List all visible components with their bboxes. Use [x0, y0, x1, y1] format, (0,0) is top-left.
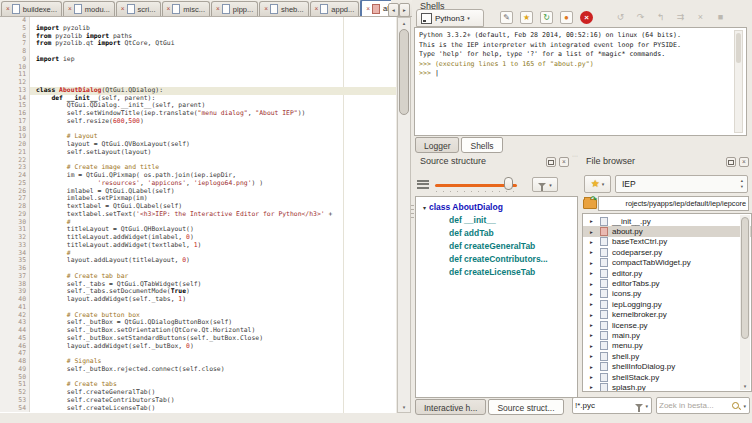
structure-item[interactable]: def createContributors... [416, 253, 577, 266]
file-row[interactable]: shellInfoDialog.py [583, 361, 751, 371]
close-tab-icon[interactable]: × [264, 6, 268, 12]
folder-jump-button[interactable] [583, 197, 596, 210]
editor-tab-appd[interactable]: ×appd... [310, 1, 360, 16]
scroll-up-icon[interactable] [398, 18, 410, 28]
file-row[interactable]: editorTabs.py [583, 278, 751, 288]
debug-resume-icon[interactable]: ↺ [614, 11, 627, 24]
file-search-input[interactable] [657, 401, 732, 410]
expand-icon[interactable] [590, 312, 597, 318]
shell-output[interactable]: Python 3.3.2+ (default, Feb 28 2014, 00:… [414, 27, 747, 136]
debug-step-into-icon[interactable]: ↷ [634, 11, 647, 24]
file-row[interactable]: baseTextCtrl.py [583, 237, 751, 247]
editor-tab-abou[interactable]: ×abou... [360, 0, 391, 16]
editor-tab-misc[interactable]: ×misc... [162, 1, 210, 16]
slider-handle[interactable] [504, 177, 513, 190]
expand-icon[interactable] [590, 353, 597, 359]
tab-scroll-left-icon[interactable] [388, 3, 399, 17]
expand-icon[interactable] [590, 364, 597, 370]
expand-icon[interactable] [590, 270, 597, 276]
structure-item[interactable]: def createGeneralTab [416, 240, 577, 253]
close-tab-icon[interactable]: × [315, 6, 319, 12]
dock-close-icon[interactable] [559, 157, 569, 167]
tool-tab-interactiveh[interactable]: Interactive h... [415, 399, 486, 415]
close-tab-icon[interactable]: × [216, 6, 220, 12]
file-row[interactable]: __init__.py [583, 216, 751, 226]
terminate-shell-icon[interactable]: × [580, 11, 593, 24]
expand-icon[interactable] [590, 249, 597, 255]
file-row[interactable]: icons.py [583, 289, 751, 299]
scroll-down-icon[interactable] [740, 383, 750, 389]
tab-scroll-right-icon[interactable] [399, 3, 410, 17]
dock-close-icon[interactable] [739, 157, 749, 167]
dock-tab-logger[interactable]: Logger [415, 137, 459, 153]
expand-icon[interactable] [590, 239, 597, 245]
expand-icon[interactable] [590, 374, 597, 380]
structure-item[interactable]: class AboutDialog [416, 201, 577, 214]
splitter-handle[interactable]: ⋯ [572, 152, 578, 159]
file-row[interactable]: compactTabWidget.py [583, 258, 751, 268]
file-row[interactable]: menu.py [583, 341, 751, 351]
close-tab-icon[interactable]: × [68, 6, 72, 12]
debug-stop-icon[interactable]: × [694, 11, 707, 24]
file-row[interactable]: license.py [583, 320, 751, 330]
file-row[interactable]: shell.py [583, 351, 751, 361]
file-search-field[interactable] [656, 397, 750, 414]
scroll-down-icon[interactable] [398, 402, 410, 412]
debug-jump-icon[interactable]: ⇉ [674, 11, 687, 24]
dock-float-icon[interactable] [726, 157, 736, 167]
tool-tab-sourcestruct[interactable]: Source struct... [488, 399, 563, 415]
splitter-handle[interactable] [411, 205, 414, 219]
file-row[interactable]: iepLogging.py [583, 299, 751, 309]
expand-icon[interactable] [590, 322, 597, 328]
run-file-icon[interactable]: ★ [520, 11, 533, 24]
shell-scrollbar[interactable] [734, 30, 743, 133]
file-row[interactable]: shellStack.py [583, 372, 751, 382]
expand-icon[interactable] [590, 260, 597, 266]
close-tab-icon[interactable]: × [6, 6, 10, 12]
editor-tab-buildexe[interactable]: ×buildexe... [1, 1, 62, 16]
expand-icon[interactable] [590, 301, 597, 307]
file-row[interactable]: about.py [583, 226, 751, 236]
editor-tab-sheb[interactable]: ×sheb... [259, 1, 308, 16]
structure-item[interactable]: def createLicenseTab [416, 266, 577, 279]
expand-icon[interactable] [590, 229, 597, 235]
close-tab-icon[interactable]: × [121, 6, 125, 12]
project-select[interactable]: IEP [615, 175, 748, 193]
shell-tab-python3[interactable]: Python3 [416, 9, 484, 27]
run-code-icon[interactable]: ↻ [540, 11, 553, 24]
structure-item[interactable]: def addTab [416, 227, 577, 240]
shell-scrollbar-thumb[interactable] [736, 33, 741, 63]
expand-icon[interactable] [590, 218, 597, 224]
expander-icon[interactable] [423, 205, 426, 211]
file-row[interactable]: editor.py [583, 268, 751, 278]
path-field[interactable]: rojects/pyapps/iep/default/iep/iepcore [598, 196, 749, 211]
file-row[interactable]: main.py [583, 330, 751, 340]
bookmarks-button[interactable]: ★ [584, 175, 611, 193]
debug-step-return-icon[interactable]: ↰ [654, 11, 667, 24]
file-row[interactable]: codeparser.py [583, 247, 751, 257]
edit-shell-config-icon[interactable]: ✎ [500, 11, 513, 24]
expand-icon[interactable] [590, 343, 597, 349]
code-editor[interactable]: 45import pyzolib6from pyzolib import pat… [0, 17, 396, 413]
structure-filter-button[interactable] [532, 177, 558, 192]
file-row[interactable]: splash.py [583, 382, 751, 392]
close-tab-icon[interactable]: × [366, 6, 370, 12]
editor-scrollbar-thumb[interactable] [399, 29, 409, 115]
file-filter-field[interactable] [572, 397, 652, 414]
dock-float-icon[interactable] [546, 157, 556, 167]
expand-icon[interactable] [590, 384, 597, 390]
expand-icon[interactable] [590, 332, 597, 338]
file-list-scrollbar-thumb[interactable] [741, 217, 749, 339]
expand-icon[interactable] [590, 281, 597, 287]
clear-screen-icon[interactable]: ● [560, 11, 573, 24]
dock-tab-shells[interactable]: Shells [461, 137, 502, 153]
file-row[interactable]: kernelbroker.py [583, 310, 751, 320]
pause-icon[interactable]: ■ [714, 11, 727, 24]
editor-tab-pipp[interactable]: ×pipp... [211, 1, 258, 16]
file-list-scrollbar[interactable] [740, 215, 750, 390]
editor-tab-modu[interactable]: ×modu... [63, 1, 115, 16]
file-filter-input[interactable] [573, 401, 635, 410]
spinner-icon[interactable] [741, 178, 743, 190]
close-tab-icon[interactable]: × [167, 6, 171, 12]
expand-icon[interactable] [590, 291, 597, 297]
